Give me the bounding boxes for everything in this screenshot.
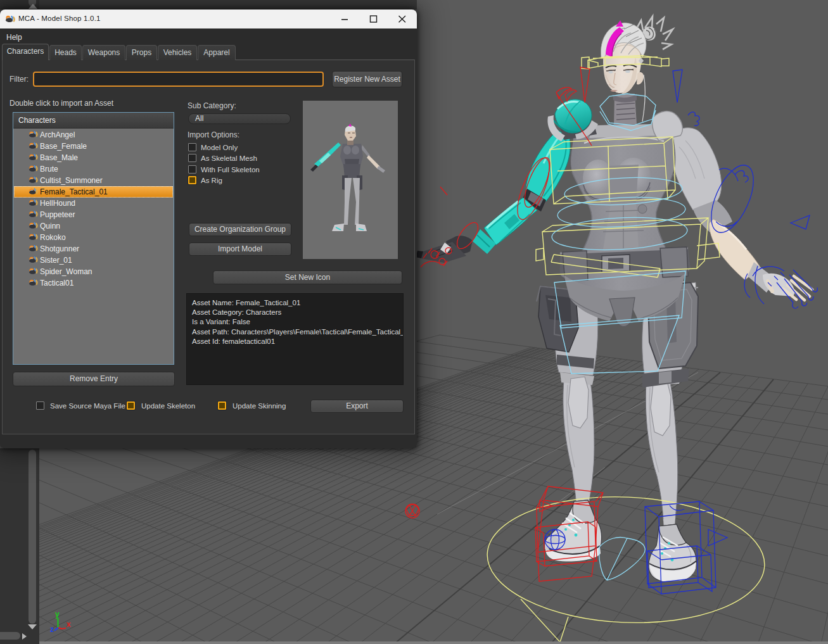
svg-text:z: z [50,625,54,634]
svg-text:x: x [67,620,71,629]
svg-text:y: y [55,610,60,619]
